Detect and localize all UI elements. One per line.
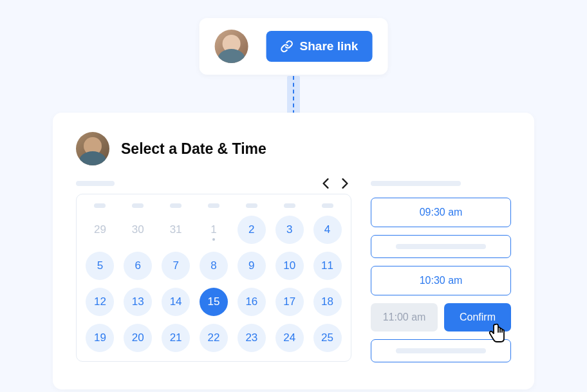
calendar-day[interactable]: 4 [313, 216, 342, 244]
weekday-placeholder [132, 203, 144, 208]
calendar-day[interactable]: 14 [162, 288, 190, 316]
calendar: 2930311234567891011121314151617181920212… [76, 194, 351, 362]
calendar-section: 2930311234567891011121314151617181920212… [76, 178, 351, 370]
time-section: 09:30 am10:30 am 11:00 am Confirm [371, 178, 511, 370]
time-slot-placeholder[interactable] [371, 235, 511, 258]
calendar-day: 30 [124, 216, 152, 244]
calendar-day[interactable]: 24 [275, 324, 304, 352]
link-icon [281, 40, 294, 53]
user-avatar [215, 30, 248, 63]
calendar-day[interactable]: 23 [238, 324, 266, 352]
calendar-day[interactable]: 20 [124, 324, 152, 352]
calendar-day[interactable]: 18 [313, 288, 342, 316]
page-title: Select a Date & Time [121, 140, 266, 158]
calendar-day: 31 [162, 216, 190, 244]
calendar-day[interactable]: 7 [162, 252, 190, 280]
time-slot[interactable]: 09:30 am [371, 198, 511, 227]
weekday-placeholder [246, 203, 257, 208]
calendar-day[interactable]: 11 [313, 252, 342, 280]
calendar-day[interactable]: 17 [275, 288, 304, 316]
calendar-day[interactable]: 13 [124, 288, 152, 316]
calendar-day: 1 [200, 216, 228, 244]
date-label-placeholder [371, 181, 461, 186]
confirm-button[interactable]: Confirm [444, 303, 511, 331]
confirm-row: 11:00 am Confirm [371, 303, 511, 331]
scheduler-header: Select a Date & Time [76, 132, 511, 165]
selected-time[interactable]: 11:00 am [371, 303, 438, 331]
weekday-placeholder [284, 203, 295, 208]
prev-month-button[interactable] [322, 178, 330, 189]
weekday-placeholder [94, 203, 106, 208]
calendar-day: 29 [86, 216, 114, 244]
share-link-label: Share link [300, 39, 359, 53]
calendar-day[interactable]: 5 [86, 252, 114, 280]
calendar-day[interactable]: 8 [200, 252, 228, 280]
placeholder-bar [396, 244, 486, 249]
calendar-day[interactable]: 3 [275, 216, 304, 244]
time-slot[interactable]: 10:30 am [371, 266, 511, 295]
scheduler-card: Select a Date & Time [53, 113, 534, 389]
calendar-day[interactable]: 12 [86, 288, 114, 316]
calendar-day[interactable]: 19 [86, 324, 114, 352]
calendar-day[interactable]: 9 [238, 252, 266, 280]
calendar-day[interactable]: 16 [238, 288, 266, 316]
calendar-day[interactable]: 22 [200, 324, 228, 352]
calendar-day[interactable]: 15 [200, 288, 228, 316]
calendar-day[interactable]: 21 [162, 324, 190, 352]
weekday-placeholder [322, 203, 333, 208]
share-link-button[interactable]: Share link [266, 31, 373, 62]
calendar-grid: 2930311234567891011121314151617181920212… [83, 216, 344, 352]
month-label-placeholder [76, 181, 115, 186]
calendar-weekday-header [83, 203, 344, 208]
weekday-placeholder [170, 203, 182, 208]
calendar-day[interactable]: 25 [313, 324, 342, 352]
nav-arrows [322, 178, 349, 189]
time-slot-placeholder[interactable] [371, 339, 511, 362]
calendar-day[interactable]: 6 [124, 252, 152, 280]
calendar-day[interactable]: 10 [275, 252, 304, 280]
next-month-button[interactable] [341, 178, 349, 189]
host-avatar [76, 132, 109, 165]
placeholder-bar [396, 348, 486, 353]
calendar-day[interactable]: 2 [238, 216, 266, 244]
weekday-placeholder [208, 203, 219, 208]
calendar-nav [76, 178, 351, 189]
share-link-card: Share link [200, 18, 388, 75]
scheduler-body: 2930311234567891011121314151617181920212… [76, 178, 511, 370]
